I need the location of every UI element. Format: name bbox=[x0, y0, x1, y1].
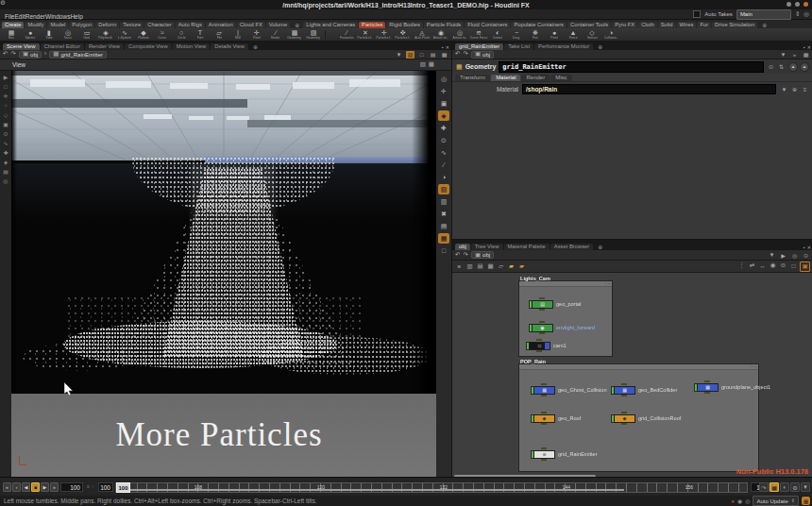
param-header-button[interactable]: ▲ bbox=[800, 62, 809, 72]
network-toolbar-icon[interactable]: ▤ bbox=[476, 262, 484, 271]
shelf-tab[interactable]: Wires bbox=[677, 22, 697, 28]
network-box-titlebar[interactable]: −▫ bbox=[519, 364, 758, 370]
add-pane-tab-icon[interactable]: ⊕ bbox=[598, 244, 602, 250]
shelf-tool[interactable]: ✛ Rivet bbox=[247, 28, 266, 41]
shelf-tab[interactable]: Pyro FX bbox=[612, 22, 637, 28]
shelf-tool[interactable]: ◑ Collision.. bbox=[601, 28, 620, 41]
menu-item[interactable]: File bbox=[5, 13, 14, 20]
network-node[interactable]: ▤ geo_portal bbox=[529, 299, 597, 309]
folder-tab[interactable]: Material bbox=[491, 75, 520, 81]
network-toolbar-icon[interactable]: ⋮ bbox=[737, 261, 746, 270]
viewport-tool-icon[interactable]: ⊙ bbox=[3, 130, 8, 138]
node-output-connector[interactable] bbox=[539, 332, 545, 334]
network-toolbar-icon[interactable]: ↔ bbox=[758, 261, 767, 270]
path-root-chip[interactable]: ▣ obj bbox=[471, 51, 494, 59]
shelf-tab[interactable]: Drive Simulation bbox=[712, 22, 757, 28]
add-shelf-tab-icon[interactable]: ⊕ bbox=[295, 22, 299, 28]
shelf-tab[interactable]: Deform bbox=[95, 22, 119, 28]
viewport-tool-icon[interactable]: ▤ bbox=[438, 221, 449, 231]
viewport-tool-icon[interactable]: ✚ bbox=[3, 149, 8, 157]
shelf-tool[interactable]: ● Sphere bbox=[21, 28, 40, 41]
viewport-tool-icon[interactable]: □ bbox=[4, 83, 8, 91]
path-bar-icon[interactable]: ▼ bbox=[779, 51, 787, 59]
network-toolbar-icon[interactable]: ⇄ bbox=[748, 261, 756, 270]
shelf-tab[interactable]: Texture bbox=[120, 22, 144, 28]
network-toolbar-icon[interactable]: ▦ bbox=[486, 262, 495, 271]
status-icon[interactable]: ◎ bbox=[745, 498, 750, 504]
take-selector[interactable]: Main bbox=[736, 9, 791, 20]
shelf-tab[interactable]: Modify bbox=[25, 22, 46, 28]
add-pane-tab-icon[interactable]: ⊕ bbox=[253, 43, 258, 50]
shelf-tab[interactable]: Volume bbox=[266, 22, 290, 28]
shelf-tab[interactable]: Character bbox=[144, 22, 174, 28]
shelf-tool[interactable]: ◉ Attract wi.. bbox=[431, 28, 450, 41]
shelf-tab[interactable]: Container Tools bbox=[567, 22, 611, 28]
minimize-button[interactable] bbox=[787, 2, 791, 7]
shelf-gear-icon[interactable]: ⚙ bbox=[0, 0, 6, 7]
pane-tab[interactable]: Render View bbox=[85, 43, 124, 50]
add-shelf-tab-icon[interactable]: ⊕ bbox=[762, 22, 767, 28]
node-body[interactable]: □ bbox=[529, 342, 550, 350]
node-output-connector[interactable] bbox=[536, 350, 542, 352]
pane-tab[interactable]: Asset Browser bbox=[550, 244, 593, 250]
transport-button[interactable]: « bbox=[3, 482, 11, 492]
layout-icon[interactable]: ▦ bbox=[429, 61, 434, 68]
network-toolbar-icon[interactable]: ≡ bbox=[455, 262, 464, 271]
shelf-tool[interactable]: − Drag bbox=[507, 28, 526, 41]
shelf-tool[interactable]: ≋ Curve Force bbox=[469, 28, 488, 41]
network-node[interactable]: ▦ geo_BedCollider bbox=[611, 385, 702, 395]
path-bar-icon[interactable]: ▶ bbox=[779, 251, 787, 259]
network-box-lights[interactable]: Lights_Cam −▫ ▤ geo_portal ◉ envlig bbox=[518, 280, 613, 357]
shelf-tool[interactable]: ✕ Particles f.. bbox=[356, 28, 375, 41]
node-body[interactable]: ▤ bbox=[532, 300, 553, 309]
close-button[interactable] bbox=[804, 2, 808, 7]
transport-button[interactable]: » bbox=[50, 482, 59, 492]
shelf-tool[interactable]: ▭ Grid bbox=[77, 28, 96, 41]
shelf-tool[interactable]: ▦ Box bbox=[2, 28, 21, 41]
folder-tab[interactable]: Transform bbox=[455, 75, 490, 81]
menu-item[interactable]: Help bbox=[70, 13, 82, 20]
shelf-tool[interactable]: ▩ Geometry bbox=[285, 28, 304, 41]
network-canvas[interactable]: Lights_Cam −▫ ▤ geo_portal ◉ envlig bbox=[452, 273, 812, 478]
current-frame-field[interactable]: 100 bbox=[60, 482, 83, 492]
pane-tab[interactable]: Performance Monitor bbox=[534, 43, 593, 50]
network-node[interactable]: ▦ groundplane_object1 bbox=[694, 382, 801, 392]
viewport-tool-icon[interactable]: ○ bbox=[4, 102, 8, 110]
range-start-field[interactable]: 100 bbox=[98, 482, 113, 492]
playbar-toggle-icon[interactable]: ≡ bbox=[87, 484, 90, 489]
path-back-icon[interactable]: ↶ bbox=[455, 51, 460, 58]
status-icon[interactable]: ◉ bbox=[737, 498, 742, 504]
path-root-chip[interactable]: ▣ obj bbox=[471, 251, 494, 259]
viewport-tool-icon[interactable]: ▥ bbox=[438, 196, 449, 207]
pane-tab[interactable]: grid_RainEmitter bbox=[455, 43, 503, 50]
node-output-connector[interactable] bbox=[541, 423, 547, 425]
shelf-tool[interactable]: ∕ Stroke bbox=[266, 28, 285, 41]
viewport-tool-icon[interactable]: ✚ bbox=[438, 123, 449, 133]
viewport-tool-icon[interactable]: ▧ bbox=[438, 184, 449, 194]
shelf-tool[interactable]: ◇ Interact bbox=[583, 28, 601, 41]
pane-tab[interactable]: Material Palette bbox=[504, 244, 550, 250]
node-output-connector[interactable] bbox=[621, 423, 627, 425]
maximize-button[interactable] bbox=[795, 2, 800, 7]
shelf-tab[interactable]: Cloud FX bbox=[237, 22, 265, 28]
network-node[interactable]: ≋ grid_RainEmitter bbox=[531, 449, 621, 459]
network-box-titlebar[interactable]: −▫ bbox=[519, 281, 612, 287]
add-pane-tab-icon[interactable]: ⊕ bbox=[598, 43, 602, 50]
transport-button[interactable]: ‹ bbox=[12, 482, 21, 492]
path-bar-icon[interactable]: ▼ bbox=[395, 51, 403, 59]
viewport-tool-icon[interactable]: ◎ bbox=[438, 74, 449, 84]
folder-tab[interactable]: Render bbox=[521, 75, 550, 81]
notification-icon[interactable]: ◎ bbox=[804, 11, 809, 18]
network-node[interactable]: ◆ grid_CollisionRoof bbox=[611, 413, 707, 423]
network-toolbar-icon[interactable]: ◉ bbox=[769, 261, 777, 270]
network-toolbar-icon[interactable]: ⊙ bbox=[779, 261, 787, 270]
node-output-connector[interactable] bbox=[541, 395, 547, 396]
path-bar-icon[interactable]: ▤ bbox=[429, 51, 437, 59]
path-bar-icon[interactable]: » bbox=[790, 51, 799, 59]
shelf-tab[interactable]: Particle Fluids bbox=[424, 22, 464, 28]
network-toolbar-icon[interactable]: ▰ bbox=[517, 262, 526, 271]
viewport-tool-icon[interactable]: ✛ bbox=[3, 93, 8, 100]
shelf-tool[interactable]: ❋ Fan bbox=[526, 28, 545, 41]
menu-item[interactable]: Edit bbox=[14, 13, 25, 20]
memory-indicator[interactable]: ▦ bbox=[802, 497, 810, 505]
